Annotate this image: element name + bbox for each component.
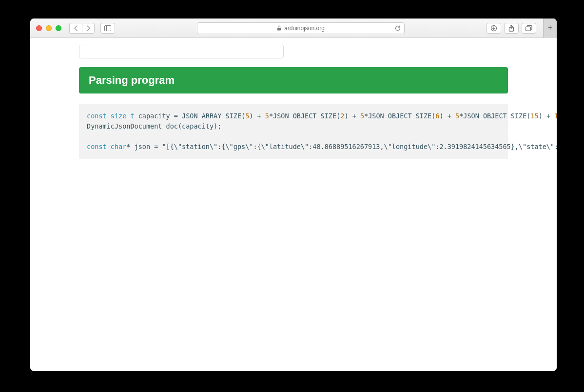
code-text: *JSON_OBJECT_SIZE( <box>364 112 435 120</box>
zoom-window-button[interactable] <box>56 25 61 31</box>
svg-rect-6 <box>526 27 531 31</box>
page-content: Parsing program const size_t capacity = … <box>30 38 557 371</box>
code-text: capacity = JSON_ARRAY_SIZE( <box>135 112 246 120</box>
number: 5 <box>360 112 364 120</box>
number: 1560 <box>554 112 557 120</box>
new-tab-button[interactable]: + <box>543 19 557 38</box>
number: 15 <box>530 112 538 120</box>
back-button[interactable] <box>69 23 82 34</box>
keyword: size_t <box>111 112 135 120</box>
minimize-window-button[interactable] <box>46 25 52 31</box>
code-text: *JSON_OBJECT_SIZE( <box>269 112 340 120</box>
titlebar: arduinojson.org + <box>30 19 557 38</box>
toolbar-right <box>487 23 536 34</box>
safari-window: arduinojson.org + Parsing program const … <box>30 19 557 371</box>
number: 5 <box>265 112 269 120</box>
close-window-button[interactable] <box>36 25 42 31</box>
sidebar-toggle-button[interactable] <box>100 23 115 34</box>
code-text: ) + <box>249 112 265 120</box>
window-controls <box>36 25 61 31</box>
code-text: ) + <box>440 112 456 120</box>
panel-title: Parsing program <box>79 67 508 93</box>
code-text: ) + <box>344 112 360 120</box>
forward-button[interactable] <box>82 23 95 34</box>
code-line: DynamicJsonDocument doc(capacity); <box>87 122 221 130</box>
keyword: const <box>87 112 107 120</box>
tabs-button[interactable] <box>522 23 536 34</box>
code-text: ) + <box>539 112 555 120</box>
top-input[interactable] <box>79 45 284 58</box>
keyword: char <box>111 143 127 150</box>
address-text: arduinojson.org <box>284 25 325 32</box>
code-text: *JSON_OBJECT_SIZE( <box>459 112 530 120</box>
downloads-button[interactable] <box>487 23 501 34</box>
share-button[interactable] <box>504 23 519 34</box>
number: 5 <box>455 112 459 120</box>
keyword: const <box>87 143 107 150</box>
svg-rect-0 <box>105 25 111 31</box>
svg-rect-2 <box>277 28 281 31</box>
navigation-buttons <box>69 23 95 34</box>
number: 6 <box>435 112 439 120</box>
lock-icon <box>277 25 281 31</box>
code-text: * json = <box>126 143 162 150</box>
parsing-panel: Parsing program <box>79 67 508 93</box>
string-literal: "[{\"station\":{\"gps\":{\"latitude\":48… <box>162 143 557 150</box>
reload-icon[interactable] <box>394 25 401 32</box>
address-bar[interactable]: arduinojson.org <box>197 22 405 34</box>
code-block: const size_t capacity = JSON_ARRAY_SIZE(… <box>79 104 508 159</box>
